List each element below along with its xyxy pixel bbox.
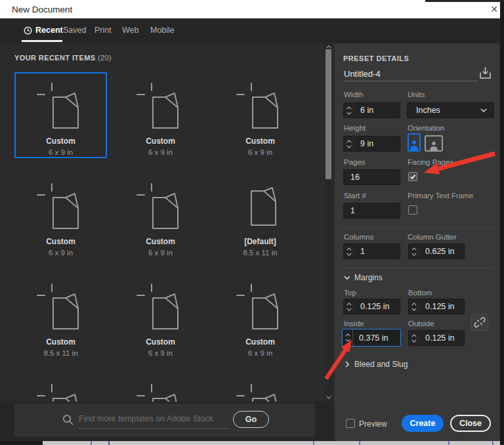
template-item[interactable]: Custom 8.5 x 11 in bbox=[14, 273, 107, 359]
dialog-title: New Document bbox=[12, 5, 72, 14]
template-item[interactable]: Custom 6 x 9 in bbox=[214, 273, 306, 359]
width-label: Width bbox=[344, 91, 363, 98]
template-item[interactable]: Custom 6 x 9 in bbox=[214, 72, 306, 158]
background-bottom-strip bbox=[0, 441, 504, 445]
portrait-person-glyph bbox=[410, 140, 418, 150]
tab-recent[interactable]: Recent bbox=[35, 26, 63, 35]
margin-inside-value: 0.375 in bbox=[353, 333, 388, 343]
section-divider bbox=[343, 227, 494, 228]
margins-section-header[interactable]: Margins bbox=[344, 273, 383, 282]
margin-top-field[interactable]: 0.125 in bbox=[343, 299, 400, 314]
template-item-default[interactable]: [Default] 8.5 x 11 in bbox=[214, 173, 306, 259]
pages-value: 16 bbox=[344, 173, 360, 182]
margin-outside-label: Outside bbox=[408, 320, 434, 328]
start-number-field[interactable]: 1 bbox=[343, 203, 400, 219]
background-sliver bbox=[425, 0, 504, 2]
margins-link-toggle[interactable] bbox=[471, 314, 488, 331]
column-gutter-stepper[interactable] bbox=[409, 244, 419, 259]
pages-field[interactable]: 16 bbox=[343, 169, 400, 185]
scrollbar[interactable] bbox=[325, 43, 332, 402]
template-grid: Custom 6 x 9 in Custom 6 x 9 in Custom 6… bbox=[14, 72, 315, 402]
close-button[interactable]: Close bbox=[450, 415, 491, 432]
column-gutter-value: 0.625 in bbox=[419, 247, 454, 256]
preset-details-header: PRESET DETAILS bbox=[343, 54, 409, 62]
scrollbar-down-icon[interactable] bbox=[325, 394, 332, 400]
recent-items-panel: YOUR RECENT ITEMS (20) Custom 6 x 9 in C… bbox=[0, 43, 335, 402]
document-preset-icon bbox=[135, 282, 187, 333]
document-preset-icon bbox=[234, 383, 287, 402]
margin-top-stepper[interactable] bbox=[344, 299, 354, 314]
height-label: Height bbox=[344, 124, 366, 132]
ruler-tick bbox=[313, 441, 314, 445]
magnifier-icon bbox=[62, 414, 74, 425]
template-title: Custom bbox=[245, 337, 275, 347]
portrait-icon[interactable] bbox=[408, 133, 421, 152]
tab-mobile[interactable]: Mobile bbox=[150, 26, 175, 35]
clock-icon bbox=[24, 26, 32, 35]
primary-text-frame-checkbox[interactable] bbox=[408, 205, 417, 215]
margin-inside-field[interactable]: 0.375 in bbox=[342, 329, 401, 347]
preset-name-input[interactable]: Untitled-4 bbox=[344, 69, 381, 79]
document-preset-icon bbox=[135, 81, 187, 133]
active-tab-underline bbox=[22, 40, 62, 42]
save-preset-download-icon[interactable] bbox=[478, 66, 492, 80]
template-item-selected[interactable]: Custom 6 x 9 in bbox=[14, 72, 107, 158]
template-title: Custom bbox=[146, 337, 175, 347]
template-size: 6 x 9 in bbox=[148, 349, 173, 357]
template-size: 6 x 9 in bbox=[248, 349, 272, 357]
chevron-down-icon bbox=[344, 274, 350, 281]
template-item-partial[interactable] bbox=[14, 373, 107, 402]
margin-top-label: Top bbox=[344, 289, 356, 297]
margin-bottom-stepper[interactable] bbox=[409, 299, 419, 314]
margin-outside-field[interactable]: 0.125 in bbox=[408, 330, 465, 346]
document-preset-icon bbox=[135, 182, 187, 233]
units-dropdown[interactable]: Inches bbox=[407, 102, 494, 118]
height-stepper[interactable] bbox=[344, 137, 354, 151]
margin-outside-stepper[interactable] bbox=[409, 331, 419, 345]
start-number-value: 1 bbox=[344, 206, 355, 215]
search-input[interactable] bbox=[79, 409, 230, 429]
template-title: Custom bbox=[245, 137, 275, 146]
template-size: 6 x 9 in bbox=[148, 148, 173, 156]
orientation-label: Orientation bbox=[408, 124, 444, 132]
dialog-titlebar: New Document ✕ bbox=[0, 0, 500, 18]
template-item[interactable]: Custom 6 x 9 in bbox=[114, 173, 207, 259]
width-field[interactable]: 6 in bbox=[343, 102, 400, 118]
template-title: [Default] bbox=[244, 237, 276, 246]
template-item-partial[interactable] bbox=[114, 373, 207, 402]
margin-inside-stepper[interactable] bbox=[343, 329, 353, 346]
ruler-tick bbox=[91, 441, 92, 445]
template-item-partial[interactable] bbox=[214, 373, 306, 402]
margin-top-value: 0.125 in bbox=[354, 302, 389, 311]
facing-pages-checkbox[interactable] bbox=[408, 172, 417, 181]
template-title: Custom bbox=[146, 137, 175, 146]
column-gutter-field[interactable]: 0.625 in bbox=[408, 244, 465, 259]
template-item[interactable]: Custom 6 x 9 in bbox=[14, 173, 107, 259]
tab-print[interactable]: Print bbox=[94, 26, 112, 35]
go-button[interactable]: Go bbox=[233, 411, 269, 428]
columns-stepper[interactable] bbox=[344, 244, 354, 259]
recent-items-count: (20) bbox=[98, 54, 112, 62]
preset-details-panel: PRESET DETAILS Untitled-4 Width Units 6 … bbox=[335, 43, 500, 441]
column-gutter-label: Column Gutter bbox=[408, 233, 457, 241]
ruler-tick bbox=[492, 441, 494, 445]
bleed-and-slug-section-header[interactable]: Bleed and Slug bbox=[344, 360, 408, 369]
tab-web[interactable]: Web bbox=[122, 26, 138, 35]
landscape-icon[interactable] bbox=[425, 135, 443, 152]
height-field[interactable]: 9 in bbox=[343, 136, 400, 152]
template-item[interactable]: Custom 6 x 9 in bbox=[114, 273, 207, 359]
tab-label: Mobile bbox=[150, 26, 175, 35]
template-item[interactable]: Custom 6 x 9 in bbox=[114, 72, 207, 158]
preview-checkbox[interactable] bbox=[346, 419, 355, 428]
create-button[interactable]: Create bbox=[402, 415, 444, 432]
tab-saved[interactable]: Saved bbox=[63, 26, 86, 35]
columns-field[interactable]: 1 bbox=[343, 244, 400, 259]
template-title: Custom bbox=[46, 237, 75, 246]
document-preset-icon bbox=[35, 81, 87, 133]
scrollbar-thumb[interactable] bbox=[326, 49, 331, 179]
close-x-icon[interactable]: ✕ bbox=[488, 3, 501, 16]
width-stepper[interactable] bbox=[344, 103, 354, 117]
broken-chain-link-icon bbox=[474, 316, 486, 328]
document-preset-icon bbox=[35, 282, 87, 333]
margin-bottom-field[interactable]: 0.125 in bbox=[408, 299, 465, 314]
